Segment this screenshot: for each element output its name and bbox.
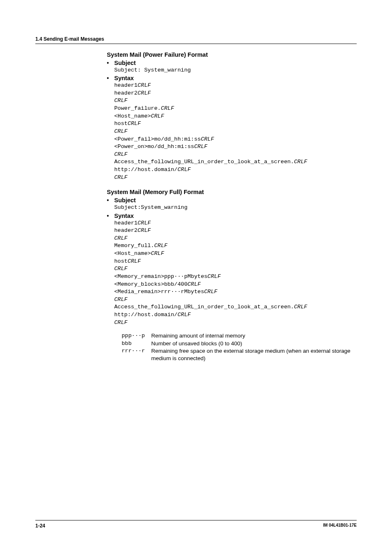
legend-block: ppp···pRemaining amount of internal memo… bbox=[122, 332, 357, 362]
subject-line: Subject:System_warning bbox=[114, 204, 357, 212]
bullet-icon: • bbox=[107, 60, 114, 67]
legend-row: rrr···rRemaining free space on the exter… bbox=[122, 347, 357, 362]
power-failure-title: System Mail (Power Failure) Format bbox=[107, 51, 357, 58]
legend-key: ppp···p bbox=[122, 332, 151, 340]
running-header: 1.4 Sending E-mail Messages bbox=[35, 36, 357, 44]
bullet-icon: • bbox=[107, 75, 114, 82]
doc-number: IM 04L41B01-17E bbox=[323, 523, 357, 529]
page-footer: 1-24 IM 04L41B01-17E bbox=[35, 520, 357, 529]
power-failure-syntax: header1CRLFheader2CRLFCRLFPower_failure.… bbox=[114, 82, 357, 181]
subject-bullet: • Subject bbox=[107, 60, 357, 67]
subject-bullet: • Subject bbox=[107, 197, 357, 204]
legend-value: Remaining amount of internal memory bbox=[151, 332, 245, 340]
subject-line: Subject: System_warning bbox=[114, 67, 357, 74]
page-number: 1-24 bbox=[35, 523, 45, 529]
memory-full-title: System Mail (Memory Full) Format bbox=[107, 189, 357, 195]
legend-value: Remaining free space on the external sto… bbox=[151, 347, 357, 362]
syntax-bullet: • Syntax bbox=[107, 213, 357, 220]
subject-label: Subject bbox=[114, 60, 136, 66]
memory-full-syntax: header1CRLFheader2CRLFCRLFMemory_full.CR… bbox=[114, 220, 357, 327]
syntax-label: Syntax bbox=[114, 213, 134, 219]
bullet-icon: • bbox=[107, 213, 114, 220]
legend-value: Number of unsaved blocks (0 to 400) bbox=[151, 340, 242, 347]
bullet-icon: • bbox=[107, 197, 114, 204]
legend-row: bbbNumber of unsaved blocks (0 to 400) bbox=[122, 340, 357, 347]
legend-key: rrr···r bbox=[122, 347, 151, 355]
legend-row: ppp···pRemaining amount of internal memo… bbox=[122, 332, 357, 340]
syntax-bullet: • Syntax bbox=[107, 75, 357, 82]
subject-label: Subject bbox=[114, 197, 136, 204]
syntax-label: Syntax bbox=[114, 75, 134, 81]
legend-key: bbb bbox=[122, 340, 151, 347]
